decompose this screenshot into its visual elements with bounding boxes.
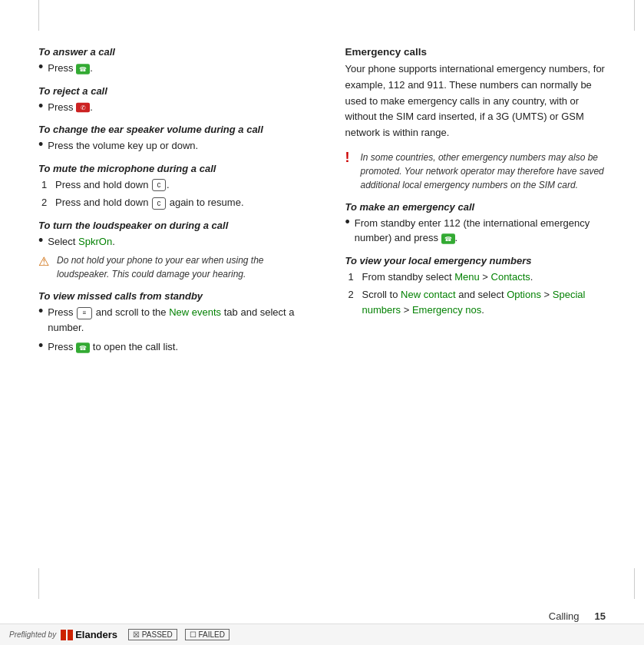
left-column: To answer a call • Press ☎ . To reject a: [38, 46, 311, 364]
bullet-answer-call: • Press ☎ .: [38, 61, 299, 76]
bullet-volume-text: Press the volume key up or down.: [48, 138, 198, 154]
svg-rect-8: [61, 630, 66, 640]
content-area: To answer a call • Press ☎ . To reject a: [0, 0, 644, 387]
section-make-emergency: To make an emergency call • From standby…: [345, 201, 606, 246]
bullet-missed-2-text: Press ☎ to open the call list.: [48, 339, 178, 355]
emergency-step-num-1: 1: [348, 270, 356, 285]
section-missed-calls: To view missed calls from standby • Pres…: [38, 290, 299, 355]
page-container: To answer a call • Press ☎ . To reject a: [0, 0, 644, 645]
section-volume: To change the ear speaker volume during …: [38, 124, 299, 154]
section-loudspeaker-title: To turn the loudspeaker on during a call: [38, 220, 299, 231]
emergency-step2: 2 Scroll to New contact and select Optio…: [348, 287, 606, 317]
mute-step1-text: Press and hold down c.: [55, 177, 170, 193]
bullet-dot-7: •: [345, 214, 350, 231]
emergency-body: Your phone supports international emerge…: [345, 61, 606, 141]
section-missed-title: To view missed calls from standby: [38, 290, 299, 302]
step-num-1: 1: [41, 177, 49, 193]
top-border-left: [38, 0, 39, 31]
bullet-dot: •: [38, 59, 43, 76]
make-emergency-title: To make an emergency call: [345, 201, 606, 213]
bullet-reject-text: Press ✆ .: [48, 100, 92, 115]
warning-text: Do not hold your phone to your ear when …: [57, 253, 299, 281]
info-text: In some countries, other emergency numbe…: [361, 150, 606, 192]
bullet-make-emergency-text: From standby enter 112 (the internationa…: [355, 216, 606, 246]
bullet-dot-3: •: [38, 137, 43, 154]
bullet-make-emergency: • From standby enter 112 (the internatio…: [345, 216, 606, 246]
bullet-loudspeaker-text: Select SpkrOn.: [48, 234, 114, 250]
section-volume-title: To change the ear speaker volume during …: [38, 124, 299, 135]
call-green-icon: ☎: [76, 64, 90, 74]
bullet-loudspeaker: • Select SpkrOn.: [38, 234, 299, 250]
svg-text:☎: ☎: [79, 66, 87, 73]
mute-step2-text: Press and hold down c again to resume.: [55, 195, 244, 210]
footer-page-number: 15: [595, 610, 606, 622]
right-column: Emergency calls Your phone supports inte…: [334, 46, 606, 364]
bottom-border-left: [38, 568, 39, 599]
bullet-dot-5: •: [38, 303, 43, 320]
warning-icon: ⚠: [38, 254, 52, 269]
badge-passed: ☒ PASSED: [128, 629, 177, 640]
svg-text:☎: ☎: [79, 345, 87, 352]
footer: Calling 15: [0, 610, 644, 622]
menu-icon: ≡: [77, 307, 92, 319]
bullet-reject-call: • Press ✆ .: [38, 100, 299, 115]
top-border-right: [634, 0, 635, 31]
step-num-2: 2: [41, 195, 49, 210]
warning-loudspeaker: ⚠ Do not hold your phone to your ear whe…: [38, 253, 299, 281]
emergency-step1-text: From standby select Menu > Contacts.: [362, 270, 533, 285]
c-button-icon-1: c: [152, 179, 166, 191]
section-reject-title: To reject a call: [38, 85, 299, 97]
bullet-volume: • Press the volume key up or down.: [38, 138, 299, 154]
call-green-icon-3: ☎: [441, 233, 455, 244]
mute-step1: 1 Press and hold down c.: [41, 177, 299, 193]
emergency-step1: 1 From standby select Menu > Contacts.: [348, 270, 606, 285]
bullet-missed-2: • Press ☎ to open the call list.: [38, 339, 299, 355]
emergency-step2-text: Scroll to New contact and select Options…: [362, 287, 606, 317]
section-mute: To mute the microphone during a call 1 P…: [38, 163, 299, 210]
c-button-icon-2: c: [152, 197, 166, 210]
mute-step2: 2 Press and hold down c again to resume.: [41, 195, 299, 210]
bullet-dot-6: •: [38, 338, 43, 355]
preflighted-bar: Preflighted by Elanders ☒ PASSED ☐ FAILE…: [0, 624, 644, 645]
call-green-icon-2: ☎: [76, 342, 90, 353]
call-red-icon: ✆: [76, 102, 90, 113]
preflighted-label: Preflighted by: [9, 630, 56, 639]
elanders-logo-icon: Elanders: [61, 629, 117, 640]
bullet-missed-1: • Press ≡ and scroll to the New events t…: [38, 305, 299, 335]
elanders-icon: [61, 630, 73, 640]
emergency-heading: Emergency calls: [345, 46, 606, 58]
bottom-border-right: [634, 568, 635, 599]
badge-failed: ☐ FAILED: [185, 629, 230, 640]
section-answer-call: To answer a call • Press ☎ .: [38, 46, 299, 76]
info-emergency: ! In some countries, other emergency num…: [345, 150, 606, 192]
section-emergency: Emergency calls Your phone supports inte…: [345, 46, 606, 192]
section-loudspeaker: To turn the loudspeaker on during a call…: [38, 220, 299, 282]
footer-section-label: Calling: [549, 610, 580, 622]
view-emergency-title: To view your local emergency numbers: [345, 255, 606, 266]
section-reject-call: To reject a call • Press ✆ .: [38, 85, 299, 115]
emergency-step-num-2: 2: [348, 287, 356, 303]
bullet-answer-text: Press ☎ .: [48, 61, 92, 76]
bullet-missed-1-text: Press ≡ and scroll to the New events tab…: [48, 305, 299, 335]
section-mute-title: To mute the microphone during a call: [38, 163, 299, 174]
svg-text:☎: ☎: [444, 236, 452, 243]
info-icon: !: [345, 150, 356, 166]
bullet-dot-4: •: [38, 233, 43, 250]
svg-rect-9: [68, 630, 73, 640]
section-view-emergency: To view your local emergency numbers 1 F…: [345, 255, 606, 318]
bullet-dot-2: •: [38, 98, 43, 115]
section-answer-title: To answer a call: [38, 46, 299, 58]
svg-text:✆: ✆: [81, 104, 86, 111]
